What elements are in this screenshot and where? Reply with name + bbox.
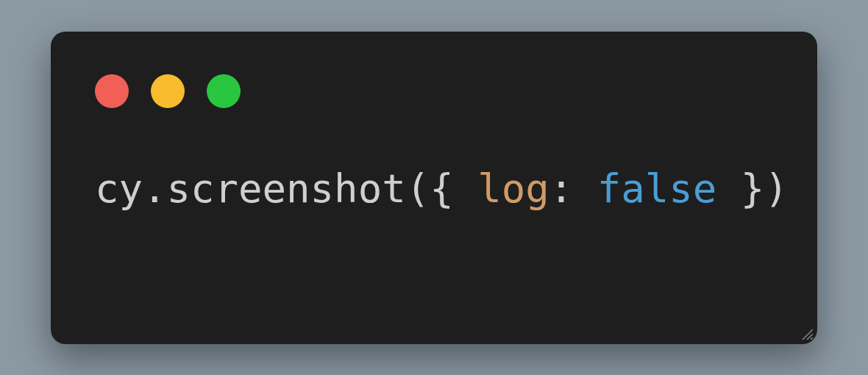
code-token-close: }) — [716, 165, 789, 212]
svg-line-2 — [811, 338, 813, 340]
svg-line-0 — [803, 329, 813, 340]
code-window: cy.screenshot({ log: false }) — [51, 32, 817, 344]
window-controls — [95, 74, 773, 108]
code-content: cy.screenshot({ log: false }) — [95, 165, 773, 213]
code-token-property: log — [477, 165, 549, 212]
close-button[interactable] — [95, 74, 129, 108]
code-token-method: screenshot — [167, 165, 406, 212]
code-token-object: cy — [95, 165, 143, 212]
code-token-value: false — [597, 165, 717, 212]
resize-handle-icon[interactable] — [800, 326, 813, 340]
code-token-dot: . — [143, 165, 167, 212]
minimize-button[interactable] — [151, 74, 185, 108]
code-token-colon: : — [549, 165, 597, 212]
maximize-button[interactable] — [207, 74, 241, 108]
code-token-open: ({ — [406, 165, 478, 212]
